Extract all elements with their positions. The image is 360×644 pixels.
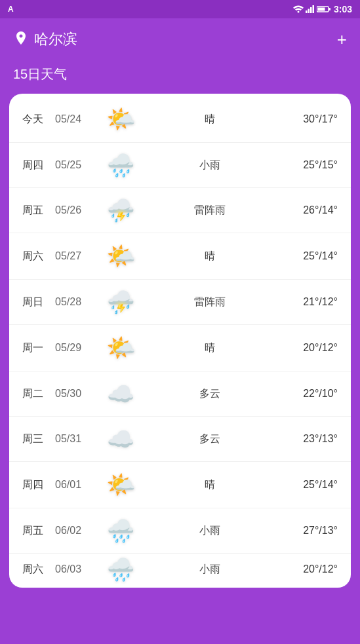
row-description: 小雨 bbox=[140, 524, 279, 538]
row-temperature: 25°/14° bbox=[279, 250, 338, 262]
row-temperature: 20°/12° bbox=[279, 342, 338, 354]
row-description: 晴 bbox=[140, 341, 279, 355]
row-date: 06/01 bbox=[55, 479, 101, 491]
city-name: 哈尔滨 bbox=[34, 29, 77, 49]
row-weather-icon: 🌤️ bbox=[101, 105, 140, 133]
row-day: 周四 bbox=[22, 159, 55, 172]
row-weather-icon: 🌧️ bbox=[101, 152, 140, 178]
row-weather-icon: 🌤️ bbox=[101, 334, 140, 362]
section-title: 15日天气 bbox=[0, 60, 360, 94]
row-date: 05/27 bbox=[55, 250, 101, 262]
row-temperature: 25°/14° bbox=[279, 479, 338, 491]
weather-row[interactable]: 周五 05/26 ⛈️ 雷阵雨 26°/14° bbox=[9, 188, 351, 233]
row-description: 小雨 bbox=[140, 563, 279, 577]
weather-row[interactable]: 周二 05/30 ☁️ 多云 22°/10° bbox=[9, 371, 351, 417]
row-description: 晴 bbox=[140, 250, 279, 263]
weather-row[interactable]: 周三 05/31 ☁️ 多云 23°/13° bbox=[9, 417, 351, 462]
row-temperature: 30°/17° bbox=[279, 113, 338, 125]
row-description: 晴 bbox=[140, 478, 279, 492]
status-bar: A 3:03 bbox=[0, 0, 360, 18]
weather-row[interactable]: 周六 05/27 🌤️ 晴 25°/14° bbox=[9, 233, 351, 280]
row-description: 雷阵雨 bbox=[140, 204, 279, 218]
svg-rect-3 bbox=[312, 5, 314, 13]
weather-row[interactable]: 周四 06/01 🌤️ 晴 25°/14° bbox=[9, 462, 351, 508]
row-date: 05/25 bbox=[55, 159, 101, 171]
row-day: 周一 bbox=[22, 341, 55, 355]
row-day: 周日 bbox=[22, 295, 55, 309]
row-weather-icon: 🌧️ bbox=[101, 518, 140, 544]
header: 哈尔滨 + bbox=[0, 18, 360, 60]
row-date: 05/31 bbox=[55, 433, 101, 445]
svg-rect-2 bbox=[310, 7, 312, 13]
row-weather-icon: 🌧️ bbox=[101, 556, 140, 582]
row-temperature: 23°/13° bbox=[279, 433, 338, 445]
row-weather-icon: 🌤️ bbox=[101, 471, 140, 499]
row-date: 06/02 bbox=[55, 525, 101, 537]
location-display: 哈尔滨 bbox=[13, 29, 77, 49]
signal-icon bbox=[306, 5, 315, 13]
row-temperature: 27°/13° bbox=[279, 525, 338, 537]
row-temperature: 21°/12° bbox=[279, 296, 338, 308]
row-day: 今天 bbox=[22, 113, 55, 126]
row-day: 周六 bbox=[22, 563, 55, 577]
weather-row[interactable]: 周一 05/29 🌤️ 晴 20°/12° bbox=[9, 325, 351, 371]
svg-rect-6 bbox=[329, 8, 330, 10]
svg-rect-5 bbox=[317, 8, 325, 11]
weather-row[interactable]: 周五 06/02 🌧️ 小雨 27°/13° bbox=[9, 508, 351, 554]
row-description: 晴 bbox=[140, 113, 279, 126]
row-weather-icon: ☁️ bbox=[101, 381, 140, 407]
row-day: 周四 bbox=[22, 478, 55, 492]
weather-row[interactable]: 周日 05/28 ⛈️ 雷阵雨 21°/12° bbox=[9, 280, 351, 325]
row-description: 小雨 bbox=[140, 159, 279, 172]
battery-icon bbox=[317, 5, 331, 13]
row-date: 05/30 bbox=[55, 388, 101, 400]
location-pin-icon bbox=[13, 31, 29, 47]
row-day: 周二 bbox=[22, 387, 55, 401]
row-weather-icon: 🌤️ bbox=[101, 242, 140, 270]
row-day: 周三 bbox=[22, 432, 55, 446]
row-description: 多云 bbox=[140, 432, 279, 446]
status-time: 3:03 bbox=[334, 4, 352, 14]
row-day: 周五 bbox=[22, 204, 55, 218]
row-temperature: 25°/15° bbox=[279, 159, 338, 171]
row-date: 05/26 bbox=[55, 204, 101, 216]
status-app-label: A bbox=[8, 5, 14, 14]
row-temperature: 20°/12° bbox=[279, 563, 338, 575]
row-description: 雷阵雨 bbox=[140, 295, 279, 309]
row-temperature: 22°/10° bbox=[279, 388, 338, 400]
row-date: 06/03 bbox=[55, 563, 101, 575]
pin-icon bbox=[14, 31, 28, 47]
row-date: 05/29 bbox=[55, 342, 101, 354]
row-day: 周六 bbox=[22, 250, 55, 263]
svg-rect-1 bbox=[308, 9, 310, 14]
status-right: 3:03 bbox=[293, 4, 352, 14]
row-weather-icon: ☁️ bbox=[101, 426, 140, 452]
row-weather-icon: ⛈️ bbox=[101, 197, 140, 223]
weather-card: 今天 05/24 🌤️ 晴 30°/17° 周四 05/25 🌧️ 小雨 25°… bbox=[9, 94, 351, 588]
weather-row[interactable]: 今天 05/24 🌤️ 晴 30°/17° bbox=[9, 96, 351, 143]
row-weather-icon: ⛈️ bbox=[101, 289, 140, 315]
add-city-button[interactable]: + bbox=[337, 29, 347, 50]
row-date: 05/24 bbox=[55, 113, 101, 125]
row-description: 多云 bbox=[140, 387, 279, 401]
row-date: 05/28 bbox=[55, 296, 101, 308]
status-icons bbox=[293, 5, 331, 13]
wifi-icon bbox=[293, 5, 304, 13]
weather-card-wrap: 今天 05/24 🌤️ 晴 30°/17° 周四 05/25 🌧️ 小雨 25°… bbox=[0, 94, 360, 588]
row-temperature: 26°/14° bbox=[279, 204, 338, 216]
svg-rect-0 bbox=[306, 10, 308, 13]
weather-row[interactable]: 周四 05/25 🌧️ 小雨 25°/15° bbox=[9, 143, 351, 188]
row-day: 周五 bbox=[22, 524, 55, 538]
weather-row[interactable]: 周六 06/03 🌧️ 小雨 20°/12° bbox=[9, 554, 351, 585]
